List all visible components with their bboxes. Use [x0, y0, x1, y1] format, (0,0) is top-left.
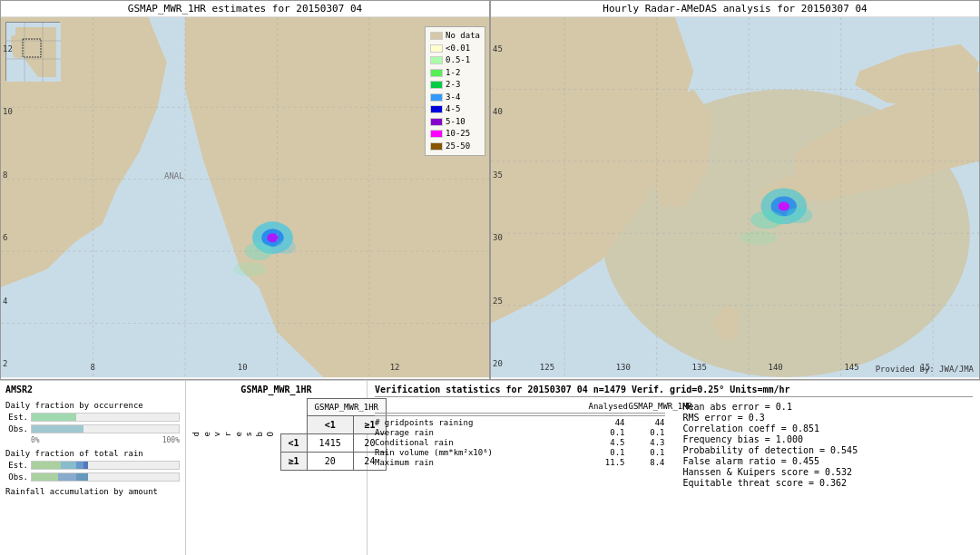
legend-label-lt001: <0.01 — [446, 43, 470, 55]
obs-bar-1 — [31, 424, 180, 433]
est-bar-1 — [31, 413, 180, 422]
stat-hk: Hanssen & Kuipers score = 0.532 — [683, 467, 974, 477]
legend-color-1-2 — [430, 69, 443, 77]
chart2-title: Daily fraction of total rain — [5, 449, 180, 458]
amsr2-panel: AMSR2 Daily fraction by occurrence Est. … — [0, 381, 186, 555]
left-map-x-axis: 8 10 12 — [19, 363, 471, 372]
obs-bar-fill-2c — [76, 473, 88, 481]
svg-point-43 — [740, 230, 777, 245]
svg-point-11 — [278, 239, 296, 254]
legend-color-5-10 — [430, 118, 443, 126]
legend-25-50: 25-50 — [430, 141, 480, 153]
inset-map — [5, 22, 60, 81]
est-label-1: Est. — [5, 413, 28, 422]
obs-vertical-label: Observed — [191, 432, 277, 436]
stats-scalar-section: Mean abs error = 0.1 RMS error = 0.3 Cor… — [683, 402, 974, 489]
est-bar-fill-1 — [32, 414, 76, 421]
stats-divider — [375, 415, 665, 416]
legend-label-nodata: No data — [446, 30, 480, 43]
legend-label-25-50: 25-50 — [446, 141, 470, 153]
legend-color-lt001 — [430, 44, 443, 53]
cell-tl: 1415 — [307, 434, 353, 453]
val-analysed-rainvol: 0.1 — [589, 448, 625, 457]
val-analysed-maxrain: 11.5 — [589, 458, 625, 467]
empty-cell — [280, 399, 307, 416]
val-gsmap-rainvol: 0.1 — [629, 448, 665, 457]
main-container: GSMAP_MWR_1HR estimates for 20150307 04 — [0, 0, 980, 555]
stats-row-gridpoints: # gridpoints raining 44 44 — [375, 418, 665, 427]
legend-2-3: 2-3 — [430, 79, 480, 92]
left-map-canvas: 12 10 8 6 4 2 8 10 12 ANAL — [1, 17, 489, 377]
est-bar-fill-2c — [76, 462, 83, 469]
legend-nodata: No data — [430, 30, 480, 43]
color-legend: No data <0.01 0.5-1 1-2 — [425, 26, 485, 156]
stats-title: Verification statistics for 20150307 04 … — [375, 385, 973, 397]
stat-corr: Correlation coeff = 0.851 — [683, 424, 974, 433]
legend-05-1: 0.5-1 — [430, 54, 480, 67]
legend-label-1-2: 1-2 — [446, 67, 460, 80]
legend-color-3-4 — [430, 93, 443, 102]
obs-label-2: Obs. — [5, 472, 28, 482]
est-bar-2 — [31, 461, 180, 470]
val-analysed-gridpoints: 44 — [589, 418, 625, 427]
stats-col-analysed: Analysed — [589, 402, 625, 411]
legend-color-2-3 — [430, 81, 443, 89]
val-gsmap-condrain: 4.3 — [629, 438, 665, 447]
right-map-panel: Hourly Radar-AMeDAS analysis for 2015030… — [490, 0, 980, 380]
left-map-panel: GSMAP_MWR_1HR estimates for 20150307 04 — [0, 0, 490, 380]
stat-mean-abs: Mean abs error = 0.1 — [683, 402, 974, 412]
label-gridpoints: # gridpoints raining — [375, 418, 585, 427]
stat-pod: Probability of detection = 0.545 — [683, 445, 974, 455]
stats-row-maxrain: Maximum rain 11.5 8.4 — [375, 458, 665, 467]
legend-label-5-10: 5-10 — [446, 116, 466, 129]
stats-columns: Analysed GSMAP_MWR_1HR # gridpoints rain… — [375, 402, 973, 489]
right-map-title: Hourly Radar-AMeDAS analysis for 2015030… — [491, 1, 979, 17]
obs-label-1: Obs. — [5, 424, 28, 433]
legend-color-25-50 — [430, 142, 443, 151]
right-map-canvas: 45 40 35 30 25 20 125 130 135 140 145 15 — [491, 17, 979, 377]
legend-label-4-5: 4-5 — [446, 103, 460, 116]
legend-5-10: 5-10 — [430, 116, 480, 129]
stats-panel: Verification statistics for 20150307 04 … — [368, 381, 980, 555]
svg-point-9 — [267, 233, 278, 242]
stats-header: Analysed GSMAP_MWR_1HR — [375, 402, 665, 414]
legend-lt001: <0.01 — [430, 43, 480, 55]
col-less1: <1 — [307, 416, 353, 434]
empty-cell-2 — [280, 416, 307, 434]
obs-bar-fill-1 — [32, 425, 83, 433]
legend-label-10-25: 10-25 — [446, 128, 470, 141]
legend-3-4: 3-4 — [430, 92, 480, 104]
cell-bl: 20 — [307, 453, 353, 471]
val-gsmap-avgrain: 0.1 — [629, 428, 665, 437]
est-bar-fill-2d — [83, 462, 88, 469]
val-analysed-avgrain: 0.1 — [589, 428, 625, 437]
bottom-row: AMSR2 Daily fraction by occurrence Est. … — [0, 381, 980, 555]
val-analysed-condrain: 4.5 — [589, 438, 625, 447]
provided-by-label: Provided by: JWA/JMA — [876, 365, 974, 374]
stat-freqbias: Frequency bias = 1.000 — [683, 434, 974, 444]
left-map-svg — [1, 17, 489, 377]
stats-col-gsmap: GSMAP_MWR_1HR — [629, 402, 665, 411]
stat-rms: RMS error = 0.3 — [683, 413, 974, 423]
legend-label-05-1: 0.5-1 — [446, 54, 470, 67]
stats-col-label — [375, 402, 585, 411]
svg-point-41 — [750, 210, 784, 229]
legend-1-2: 1-2 — [430, 67, 480, 80]
chart3-title: Rainfall accumulation by amount — [5, 487, 180, 496]
stats-row-condrain: Conditional rain 4.5 4.3 — [375, 438, 665, 447]
left-map-title: GSMAP_MWR_1HR estimates for 20150307 04 — [1, 1, 489, 17]
legend-color-nodata — [430, 32, 443, 40]
axis-100pct: 100% — [162, 436, 180, 444]
stats-row-avgrain: Average rain 0.1 0.1 — [375, 428, 665, 437]
est-bar-row-2: Est. — [5, 461, 180, 470]
est-bar-fill-2a — [32, 462, 61, 469]
legend-4-5: 4-5 — [430, 103, 480, 116]
svg-point-42 — [787, 207, 812, 223]
row-ge1: ≥1 — [280, 453, 307, 471]
left-map-y-axis: 12 10 8 6 4 2 — [3, 44, 13, 368]
row-less1: <1 — [280, 434, 307, 453]
obs-bar-fill-2a — [32, 473, 58, 481]
label-avgrain: Average rain — [375, 428, 585, 437]
svg-point-12 — [233, 262, 267, 277]
legend-color-10-25 — [430, 130, 443, 138]
